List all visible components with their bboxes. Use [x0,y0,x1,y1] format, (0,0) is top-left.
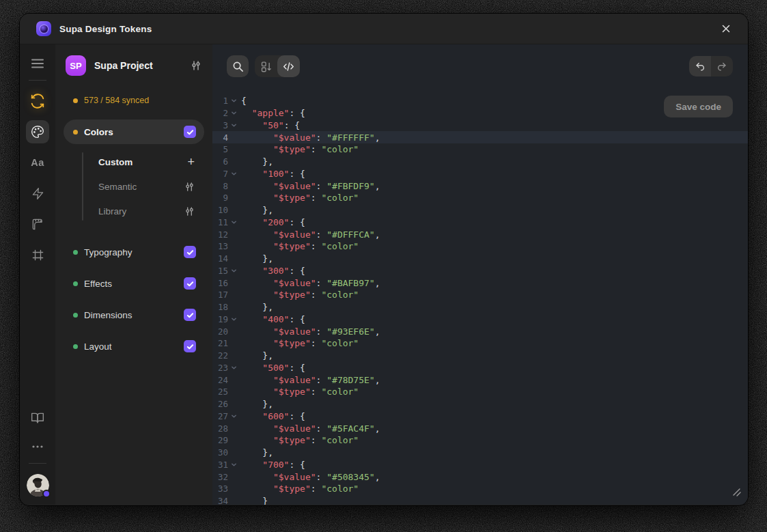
close-icon[interactable] [716,19,736,38]
code-line[interactable]: 28 "$value": "#5FAC4F", [212,422,748,434]
code-line[interactable]: 17 "$type": "color" [212,289,748,301]
code-line[interactable]: 5 "$type": "color" [212,143,748,156]
code-line[interactable]: 16 "$value": "#BAFB97", [212,277,748,289]
code-line[interactable]: 14 }, [212,253,748,265]
code-line[interactable]: 34 } [212,495,748,505]
resize-handle-icon[interactable] [731,487,741,499]
more-icon[interactable] [26,437,49,456]
code-line[interactable]: 4 "$value": "#FFFFFF", [212,131,748,143]
sort-view-icon[interactable] [255,55,277,77]
code-line-text: "$value": "#5FAC4F", [241,423,380,434]
category-checkbox[interactable] [184,277,196,290]
line-number: 24 [216,375,228,385]
sidebar-item-colors[interactable]: Colors [64,120,204,144]
undo-icon[interactable] [689,56,711,76]
code-line[interactable]: 12 "$value": "#DFFFCA", [212,228,748,240]
code-line[interactable]: 9 "$type": "color" [212,192,748,204]
fold-chevron-icon[interactable] [229,412,238,420]
code-line[interactable]: 25 "$type": "color" [212,386,748,398]
fold-spacer [229,291,238,299]
sidebar-item-effects[interactable]: Effects [64,271,204,296]
code-line[interactable]: 15 "300": { [212,265,748,277]
redo-icon[interactable] [711,56,733,76]
code-content[interactable]: 1{2 "apple": {3 "50": {4 "$value": "#FFF… [212,95,748,505]
dimensions-icon[interactable] [26,212,49,236]
code-line[interactable]: 27 "600": { [212,410,748,423]
sidebar-subitem-semantic[interactable]: Semantic [83,174,204,199]
sliders-icon[interactable] [184,206,195,216]
code-line-text: "200": { [241,217,305,227]
line-number: 18 [216,302,228,312]
code-line[interactable]: 18 }, [212,301,748,313]
code-line[interactable]: 24 "$value": "#78D75E", [212,374,748,386]
line-number: 1 [216,96,228,106]
category-checkbox[interactable] [184,246,196,258]
fold-spacer [229,158,238,166]
fold-chevron-icon[interactable] [229,109,238,117]
fold-chevron-icon[interactable] [229,169,238,178]
plugin-window: Supa Design Tokens Aa [20,14,748,505]
sync-icon[interactable] [26,89,49,113]
save-code-button[interactable]: Save code [664,96,733,117]
sidebar-item-typography[interactable]: Typography [64,240,204,264]
code-line[interactable]: 33 "$type": "color" [212,483,748,495]
line-number: 23 [216,363,228,373]
code-line[interactable]: 10 }, [212,204,748,216]
line-number: 21 [216,338,228,348]
fold-spacer [229,279,238,287]
effects-icon[interactable] [26,182,49,205]
project-settings-sliders-icon[interactable] [191,60,201,71]
code-line[interactable]: 3 "50": { [212,120,748,132]
code-line[interactable]: 13 "$type": "color" [212,240,748,253]
rail-divider [29,80,46,81]
category-label: Effects [84,279,112,289]
fold-spacer [229,400,238,408]
code-view-icon[interactable] [277,55,300,77]
code-line[interactable]: 8 "$value": "#FBFDF9", [212,180,748,192]
sliders-icon[interactable] [184,182,195,192]
menu-icon[interactable] [26,54,49,73]
category-status-dot [73,281,78,286]
code-line[interactable]: 11 "200": { [212,216,748,229]
code-line[interactable]: 26 }, [212,398,748,410]
sidebar-item-dimensions[interactable]: Dimensions [64,303,204,327]
code-line[interactable]: 31 "700": { [212,459,748,471]
fold-chevron-icon[interactable] [229,460,238,468]
sidebar-item-layout[interactable]: Layout [64,334,204,359]
category-checkbox[interactable] [184,126,196,138]
typography-icon[interactable]: Aa [26,151,49,174]
search-icon[interactable] [227,55,249,77]
fold-chevron-icon[interactable] [229,121,238,129]
code-line[interactable]: 29 "$type": "color" [212,434,748,447]
line-number: 22 [216,350,228,361]
category-label: Dimensions [84,310,133,320]
sidebar-subitem-custom[interactable]: Custom+ [83,150,204,174]
code-line-text: }, [241,399,273,409]
fold-chevron-icon[interactable] [229,218,238,226]
code-line[interactable]: 6 }, [212,156,748,168]
category-status-dot [73,130,78,135]
palette-icon[interactable] [26,120,49,143]
code-line[interactable]: 32 "$value": "#508345", [212,471,748,483]
sidebar-subitem-library[interactable]: Library [83,199,204,223]
add-icon[interactable]: + [187,156,195,168]
code-line[interactable]: 23 "500": { [212,362,748,374]
code-line[interactable]: 20 "$value": "#93EF6E", [212,325,748,337]
fold-chevron-icon[interactable] [229,266,238,275]
fold-chevron-icon[interactable] [229,97,238,105]
code-line[interactable]: 30 }, [212,447,748,459]
code-line[interactable]: 19 "400": { [212,313,748,326]
fold-chevron-icon[interactable] [229,363,238,372]
frame-icon[interactable] [26,243,49,266]
category-checkbox[interactable] [184,309,196,321]
library-book-icon[interactable] [26,406,49,430]
category-checkbox[interactable] [184,340,196,352]
user-avatar[interactable] [27,474,49,496]
code-line[interactable]: 21 "$type": "color" [212,337,748,350]
line-number: 6 [216,156,228,167]
line-number: 10 [216,205,228,215]
code-line[interactable]: 7 "100": { [212,168,748,180]
line-number: 28 [216,423,228,434]
fold-chevron-icon[interactable] [229,315,238,323]
code-line[interactable]: 22 }, [212,350,748,362]
